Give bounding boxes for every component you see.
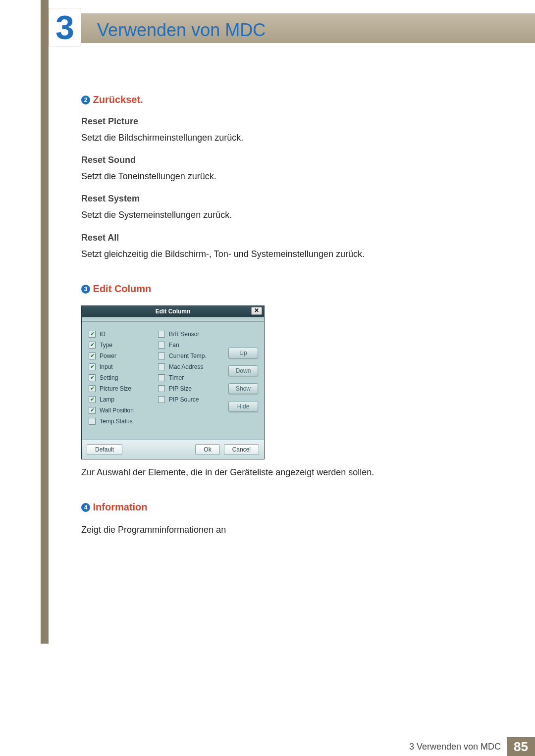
dialog-title: Edit Column (156, 308, 191, 315)
checkbox-icon (89, 342, 96, 349)
reset-picture-heading: Reset Picture (81, 116, 458, 127)
default-button[interactable]: Default (87, 444, 122, 455)
edit-column-dialog: Edit Column ✕ ID Type Power Input Settin… (81, 305, 265, 459)
up-button[interactable]: Up (228, 348, 258, 358)
checkbox-icon (89, 407, 96, 414)
bullet-2: 2 (81, 96, 90, 104)
cb-fan[interactable]: Fan (158, 342, 227, 349)
page-number: 85 (507, 737, 535, 756)
chapter-badge: 3 (49, 8, 81, 47)
reset-all-desc: Setzt gleichzeitig die Bildschirm-, Ton-… (81, 248, 458, 260)
cb-power[interactable]: Power (89, 353, 158, 359)
page-content: 2 Zurückset. Reset Picture Setzt die Bil… (81, 94, 458, 547)
reset-sound-heading: Reset Sound (81, 155, 458, 165)
close-button[interactable]: ✕ (251, 307, 262, 315)
bullet-3: 3 (81, 285, 90, 294)
reset-system-heading: Reset System (81, 194, 458, 204)
section-2-title: 2 Zurückset. (81, 94, 458, 105)
page-footer: 3 Verwenden von MDC 85 (0, 737, 535, 756)
dialog-divider (82, 317, 264, 322)
checkbox-icon (158, 331, 165, 338)
side-strip (41, 0, 49, 644)
cb-type[interactable]: Type (89, 342, 158, 349)
bullet-4: 4 (81, 503, 90, 512)
cb-wall-position[interactable]: Wall Position (89, 407, 158, 414)
checkbox-column-2: B/R Sensor Fan Current Temp. Mac Address… (158, 331, 227, 429)
cb-timer[interactable]: Timer (158, 374, 227, 381)
section-4-title: 4 Information (81, 502, 458, 513)
down-button[interactable]: Down (228, 365, 258, 376)
side-buttons: Up Down Show Hide (228, 331, 258, 429)
checkbox-icon (158, 363, 165, 370)
footer-label: 3 Verwenden von MDC (409, 742, 501, 752)
checkbox-icon (158, 396, 165, 403)
cb-temp-status[interactable]: Temp.Status (89, 418, 158, 425)
checkbox-icon (89, 331, 96, 338)
chapter-title: Verwenden von MDC (97, 20, 266, 41)
cb-current-temp[interactable]: Current Temp. (158, 353, 227, 359)
section-3-title: 3 Edit Column (81, 283, 458, 295)
ok-button[interactable]: Ok (195, 444, 219, 455)
checkbox-icon (158, 342, 165, 349)
dialog-titlebar: Edit Column ✕ (82, 306, 264, 317)
cb-pip-source[interactable]: PIP Source (158, 396, 227, 403)
checkbox-icon (89, 396, 96, 403)
dialog-body: ID Type Power Input Setting Picture Size… (82, 322, 264, 440)
information-body: Zeigt die Programminformationen an (81, 524, 458, 536)
cb-id[interactable]: ID (89, 331, 158, 338)
chapter-number: 3 (55, 10, 74, 44)
cancel-button[interactable]: Cancel (224, 444, 259, 455)
cb-picture-size[interactable]: Picture Size (89, 385, 158, 392)
show-button[interactable]: Show (228, 383, 258, 394)
section-4-heading: Information (93, 502, 148, 512)
edit-column-caption: Zur Auswahl der Elemente, die in der Ger… (81, 466, 458, 479)
checkbox-column-1: ID Type Power Input Setting Picture Size… (89, 331, 158, 429)
cb-br-sensor[interactable]: B/R Sensor (158, 331, 227, 338)
reset-sound-desc: Setzt die Toneinstellungen zurück. (81, 170, 458, 183)
cb-setting[interactable]: Setting (89, 374, 158, 381)
checkbox-icon (89, 353, 96, 359)
checkbox-icon (89, 374, 96, 381)
checkbox-icon (158, 374, 165, 381)
hide-button[interactable]: Hide (228, 401, 258, 412)
checkbox-icon (89, 363, 96, 370)
section-3-heading: Edit Column (93, 283, 152, 294)
checkbox-icon (89, 385, 96, 392)
close-icon: ✕ (254, 307, 259, 314)
cb-pip-size[interactable]: PIP Size (158, 385, 227, 392)
reset-system-desc: Setzt die Systemeinstellungen zurück. (81, 209, 458, 221)
cb-mac-address[interactable]: Mac Address (158, 363, 227, 370)
cb-input[interactable]: Input (89, 363, 158, 370)
cb-lamp[interactable]: Lamp (89, 396, 158, 403)
checkbox-icon (89, 418, 96, 425)
reset-picture-desc: Setzt die Bildschirmeinstellungen zurück… (81, 132, 458, 144)
checkbox-icon (158, 353, 165, 359)
reset-all-heading: Reset All (81, 233, 458, 243)
dialog-footer: Default Ok Cancel (82, 440, 264, 459)
section-2-heading: Zurückset. (93, 94, 143, 105)
checkbox-icon (158, 385, 165, 392)
